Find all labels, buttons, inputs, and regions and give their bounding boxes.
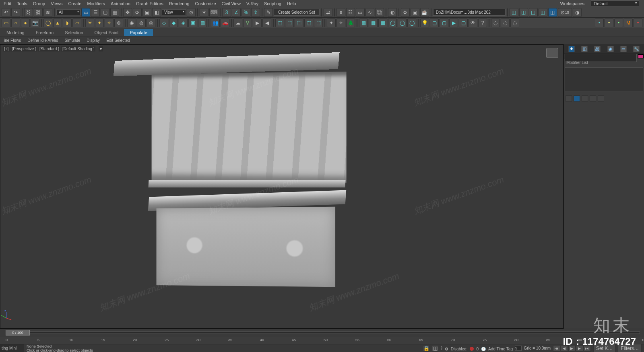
- menu-help[interactable]: Help: [284, 1, 299, 6]
- named-selection-dropdown[interactable]: Create Selection Set: [274, 9, 320, 16]
- square-2-button[interactable]: ▢: [440, 19, 448, 27]
- angle-snap-button[interactable]: ∠: [232, 8, 241, 17]
- tool-a-button[interactable]: ⬚: [275, 19, 284, 27]
- prev-button[interactable]: ◀: [262, 19, 271, 27]
- circ-3-button[interactable]: ◯: [407, 19, 416, 27]
- vray-light-button[interactable]: ◫: [529, 8, 538, 17]
- render-frame-button[interactable]: ▣: [411, 8, 419, 17]
- ribbon-tab-freeform[interactable]: Freeform: [30, 29, 60, 36]
- redo-button[interactable]: ↷: [11, 8, 20, 17]
- menu-customize[interactable]: Customize: [192, 1, 219, 6]
- select-object-button[interactable]: ▭: [81, 8, 90, 17]
- grid-2-button[interactable]: ▦: [369, 19, 378, 27]
- menu-scripting[interactable]: Scripting: [261, 1, 284, 6]
- play-2-button[interactable]: ▶: [449, 19, 458, 27]
- schematic-view-button[interactable]: ⿻: [375, 8, 384, 17]
- create-box-button[interactable]: ▭: [2, 19, 10, 27]
- shader-icon[interactable]: ◎: [147, 19, 155, 27]
- time-slider-thumb[interactable]: 0 / 100: [6, 330, 30, 336]
- ring-3-button[interactable]: ◌: [510, 19, 519, 27]
- modifier-2-button[interactable]: ◆: [169, 19, 178, 27]
- color-tool-1-button[interactable]: •: [595, 19, 604, 27]
- modifier-stack[interactable]: [565, 67, 643, 91]
- display-tab-icon[interactable]: ▭: [620, 46, 627, 52]
- iso-selection-icon[interactable]: ◫: [432, 345, 438, 352]
- ribbon-tab-object-paint[interactable]: Object Paint: [89, 29, 124, 36]
- modify-tab-icon[interactable]: ◫: [581, 46, 588, 52]
- make-unique-button[interactable]: [582, 95, 588, 102]
- menu-modifiers[interactable]: Modifiers: [84, 1, 108, 6]
- object-color-swatch[interactable]: [638, 54, 644, 58]
- rotate-button[interactable]: ⟳: [133, 8, 142, 17]
- move-button[interactable]: ✥: [123, 8, 132, 17]
- show-end-result-button[interactable]: [574, 95, 580, 102]
- ribbon-tab-modeling[interactable]: Modeling: [1, 29, 30, 36]
- configure-sets-button[interactable]: [598, 95, 604, 102]
- modifier-4-button[interactable]: ▣: [188, 19, 197, 27]
- script-listener-label[interactable]: ting Mini: [0, 344, 24, 352]
- manipulate-button[interactable]: ✶: [200, 8, 208, 17]
- vp-plus[interactable]: [+]: [3, 46, 10, 51]
- grid-1-button[interactable]: ▦: [359, 19, 368, 27]
- ribbon-tab-populate[interactable]: Populate: [124, 29, 153, 36]
- render-setup-button[interactable]: ⚙: [401, 8, 410, 17]
- menu-vray[interactable]: V-Ray: [244, 1, 261, 6]
- vray-hl-button[interactable]: ◫: [548, 8, 557, 17]
- material-editor-button[interactable]: ◐: [388, 8, 397, 17]
- curve-editor-button[interactable]: ∿: [365, 8, 374, 17]
- render-button[interactable]: ☕: [420, 8, 429, 17]
- keyboard-shortcut-button[interactable]: ⌨: [209, 8, 218, 17]
- add-time-tag-button[interactable]: Add Time Tag: [488, 347, 513, 351]
- modifier-3-button[interactable]: ◈: [179, 19, 188, 27]
- light-free-button[interactable]: ⊛: [114, 19, 123, 27]
- create-sphere-button[interactable]: ●: [21, 19, 30, 27]
- car-button[interactable]: 🚗: [221, 19, 229, 27]
- ribbon-tab-selection[interactable]: Selection: [59, 29, 89, 36]
- color-tool-4-button[interactable]: M: [624, 19, 633, 27]
- ref-coord-dropdown[interactable]: View: [162, 9, 186, 15]
- rect-select-button[interactable]: ▢: [101, 8, 109, 17]
- remove-mod-button[interactable]: [590, 95, 596, 102]
- circ-1-button[interactable]: ◯: [388, 19, 397, 27]
- timeline-ruler[interactable]: 0510152025303540455055606570758085909510…: [0, 337, 644, 344]
- play-button[interactable]: ▶: [253, 19, 262, 27]
- modifier-1-button[interactable]: ◇: [159, 19, 168, 27]
- modifier-5-button[interactable]: ▤: [198, 19, 207, 27]
- light-direct-button[interactable]: ✧: [105, 19, 114, 27]
- create-camera-button[interactable]: 📷: [31, 19, 39, 27]
- menu-views[interactable]: Views: [48, 1, 65, 6]
- tree-icon[interactable]: 🌲: [346, 19, 355, 27]
- create-torus-button[interactable]: ◯: [43, 19, 52, 27]
- time-slider-track[interactable]: [6, 331, 640, 334]
- menu-rendering[interactable]: Rendering: [166, 1, 192, 6]
- next-frame-button[interactable]: ▶: [576, 345, 583, 352]
- vp-std[interactable]: [Standard ]: [38, 46, 60, 51]
- toggle-ribbon-button[interactable]: ▭: [356, 8, 365, 17]
- sub-define-idle[interactable]: Define Idle Areas: [24, 38, 61, 43]
- eye-icon[interactable]: 👁: [469, 19, 477, 27]
- key-filters-button[interactable]: Filters…: [618, 344, 642, 352]
- viewcube-icon[interactable]: [546, 48, 558, 58]
- create-plane-button[interactable]: ▱: [72, 19, 81, 27]
- square-1-button[interactable]: ▢: [430, 19, 439, 27]
- ring-2-button[interactable]: ◌: [501, 19, 510, 27]
- mirror-button[interactable]: ⇄: [324, 8, 332, 17]
- menu-create[interactable]: Create: [65, 1, 84, 6]
- undo-button[interactable]: ↶: [2, 8, 10, 17]
- light-spot-button[interactable]: ✦: [95, 19, 104, 27]
- people-button[interactable]: 👥: [211, 19, 220, 27]
- scale-button[interactable]: ▣: [142, 8, 151, 17]
- tool-c-button[interactable]: ⬚: [295, 19, 303, 27]
- hierarchy-tab-icon[interactable]: 品: [594, 46, 601, 52]
- light-2-button[interactable]: ✧: [336, 19, 345, 27]
- sub-display[interactable]: Display: [83, 38, 103, 43]
- create-cylinder-button[interactable]: ○: [11, 19, 20, 27]
- light-omni-button[interactable]: ☀: [85, 19, 94, 27]
- placement-button[interactable]: ◧: [152, 8, 161, 17]
- adaptive-deg-icon[interactable]: ⚙: [445, 347, 448, 351]
- layer-explorer-button[interactable]: ☷: [346, 8, 355, 17]
- named-sel-edit-button[interactable]: ✎: [264, 8, 273, 17]
- link-button[interactable]: ⛓: [24, 8, 33, 17]
- selection-filter-dropdown[interactable]: All: [56, 9, 80, 15]
- color-tool-2-button[interactable]: •: [605, 19, 613, 27]
